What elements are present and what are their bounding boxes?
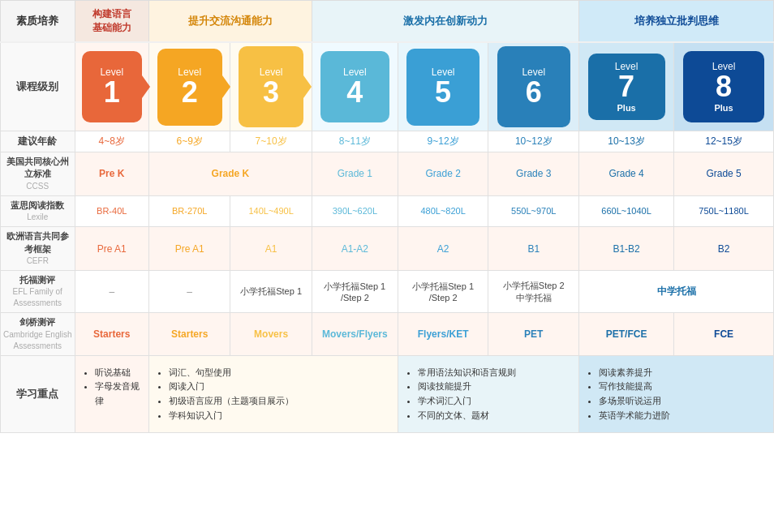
header-suzhipeiyang: 素质培养: [1, 1, 75, 43]
level-4-block: Level 4: [320, 51, 389, 122]
level-4-cell: Level 4: [312, 42, 398, 131]
toefl-5: 小学托福Step 1 /Step 2: [398, 270, 488, 312]
age-8: 12~15岁: [674, 131, 774, 152]
age-7: 10~13岁: [579, 131, 674, 152]
level-8-num: 8: [716, 72, 732, 101]
cambridge-3: Movers: [230, 313, 312, 355]
cambridge-row: 剑桥测评 Cambridge English Assessments Start…: [1, 313, 774, 355]
cambridge-1: Starters: [75, 313, 149, 355]
learning-item: 学术词汇入门: [418, 394, 570, 409]
level-1-block: Level 1: [82, 51, 142, 122]
lexile-7: 660L~1040L: [579, 195, 674, 226]
learning-5-7: 常用语法知识和语言规则 阅读技能提升 学术词汇入门 不同的文体、题材: [398, 355, 578, 432]
level-3-block: Level 3: [239, 46, 303, 127]
header-row: 素质培养 构建语言 基础能力 提升交流沟通能力 激发内在创新动力 培养独立批判思…: [1, 1, 774, 43]
label-age: 建议年龄: [1, 131, 75, 152]
age-2: 6~9岁: [149, 131, 230, 152]
header-chuangxin: 激发内在创新动力: [312, 1, 578, 43]
learning-row: 学习重点 听说基础 字母发音规律 词汇、句型使用 阅读入门 初级语言应用（主题项…: [1, 355, 774, 432]
learning-item: 多场景听说运用: [599, 394, 765, 409]
level-7-num: 7: [618, 72, 634, 101]
learning-list-2: 词汇、句型使用 阅读入门 初级语言应用（主题项目展示） 学科知识入门: [153, 363, 394, 426]
lexile-4: 390L~620L: [312, 195, 398, 226]
toefl-row: 托福测评 EFL Family of Assessments – – 小学托福S…: [1, 270, 774, 312]
lexile-5: 480L~820L: [398, 195, 488, 226]
learning-item: 词汇、句型使用: [169, 366, 389, 380]
header-jichu: 构建语言 基础能力: [75, 1, 149, 43]
label-ccss: 美国共同核心州立标准 CCSS: [1, 152, 75, 196]
main-table-container: { "header": { "col0": "素质培养", "col1": "构…: [0, 0, 774, 433]
level-row: 课程级别 Level 1 Level 2: [1, 42, 774, 131]
learning-item: 听说基础: [95, 366, 141, 380]
age-3: 7~10岁: [230, 131, 312, 152]
learning-item: 英语学术能力进阶: [599, 409, 765, 423]
level-4-num: 4: [346, 78, 363, 107]
level-1-num: 1: [104, 78, 120, 107]
level-6-cell: Level 6: [488, 42, 579, 131]
learning-item: 写作技能提高: [599, 380, 765, 394]
toefl-6: 小学托福Step 2 中学托福: [488, 270, 579, 312]
level-2-cell: Level 2: [149, 42, 230, 131]
level-5-num: 5: [435, 78, 451, 107]
cefr-5: A2: [398, 227, 488, 271]
cefr-3: A1: [230, 227, 312, 271]
label-cambridge: 剑桥测评 Cambridge English Assessments: [1, 313, 75, 355]
level-8-block: Level 8 Plus: [683, 51, 764, 122]
toefl-7-8: 中学托福: [579, 270, 774, 312]
cambridge-4: Movers/Flyers: [312, 313, 398, 355]
header-jiaoliu: 提升交流沟通能力: [149, 1, 312, 43]
cefr-7: B1-B2: [579, 227, 674, 271]
learning-list-4: 阅读素养提升 写作技能提高 多场景听说运用 英语学术能力进阶: [583, 363, 770, 426]
level-2-block: Level 2: [157, 49, 222, 126]
cefr-8: B2: [674, 227, 774, 271]
cambridge-8: FCE: [674, 313, 774, 355]
cambridge-7: PET/FCE: [579, 313, 674, 355]
age-6: 10~12岁: [488, 131, 579, 152]
level-6-block: Level 6: [497, 46, 570, 127]
lexile-6: 550L~970L: [488, 195, 579, 226]
ccss-6: Grade 3: [488, 152, 579, 196]
level-7-block: Level 7 Plus: [588, 54, 665, 120]
lexile-row: 蓝思阅读指数 Lexile BR-40L BR-270L 140L~490L 3…: [1, 195, 774, 226]
toefl-1: –: [75, 270, 149, 312]
cefr-4: A1-A2: [312, 227, 398, 271]
age-row: 建议年龄 4~8岁 6~9岁 7~10岁 8~11岁 9~12岁 10~12岁 …: [1, 131, 774, 152]
label-lexile: 蓝思阅读指数 Lexile: [1, 195, 75, 226]
cambridge-2: Starters: [149, 313, 230, 355]
header-piping: 培养独立批判思维: [579, 1, 774, 43]
learning-list-1: 听说基础 字母发音规律: [79, 363, 146, 412]
level-1-cell: Level 1: [75, 42, 149, 131]
ccss-1: Pre K: [75, 152, 149, 196]
level-5-cell: Level 5: [398, 42, 488, 131]
ccss-4: Grade 1: [312, 152, 398, 196]
learning-item: 不同的文体、题材: [418, 409, 570, 423]
ccss-5: Grade 2: [398, 152, 488, 196]
level-2-num: 2: [182, 78, 198, 107]
lexile-2: BR-270L: [149, 195, 230, 226]
learning-list-3: 常用语法知识和语言规则 阅读技能提升 学术词汇入门 不同的文体、题材: [402, 363, 575, 426]
level-8-plus: Plus: [714, 103, 733, 113]
level-7-plus: Plus: [617, 103, 635, 113]
learning-item: 学科知识入门: [169, 409, 389, 423]
cefr-2: Pre A1: [149, 227, 230, 271]
learning-1: 听说基础 字母发音规律: [75, 355, 149, 432]
learning-item: 阅读技能提升: [418, 380, 570, 394]
learning-2-4: 词汇、句型使用 阅读入门 初级语言应用（主题项目展示） 学科知识入门: [149, 355, 398, 432]
label-cefr: 欧洲语言共同参考框架 CEFR: [1, 227, 75, 271]
level-5-block: Level 5: [406, 49, 479, 126]
level-7-cell: Level 7 Plus: [579, 42, 674, 131]
level-6-num: 6: [526, 78, 542, 107]
cambridge-6: PET: [488, 313, 579, 355]
toefl-3: 小学托福Step 1: [230, 270, 312, 312]
learning-item: 字母发音规律: [95, 380, 141, 408]
learning-item: 阅读素养提升: [599, 366, 765, 380]
label-learning: 学习重点: [1, 355, 75, 432]
learning-item: 初级语言应用（主题项目展示）: [169, 394, 389, 409]
toefl-2: –: [149, 270, 230, 312]
lexile-8: 750L~1180L: [674, 195, 774, 226]
lexile-1: BR-40L: [75, 195, 149, 226]
learning-item: 常用语法知识和语言规则: [418, 366, 570, 380]
ccss-2-3: Grade K: [149, 152, 312, 196]
ccss-7: Grade 4: [579, 152, 674, 196]
age-5: 9~12岁: [398, 131, 488, 152]
